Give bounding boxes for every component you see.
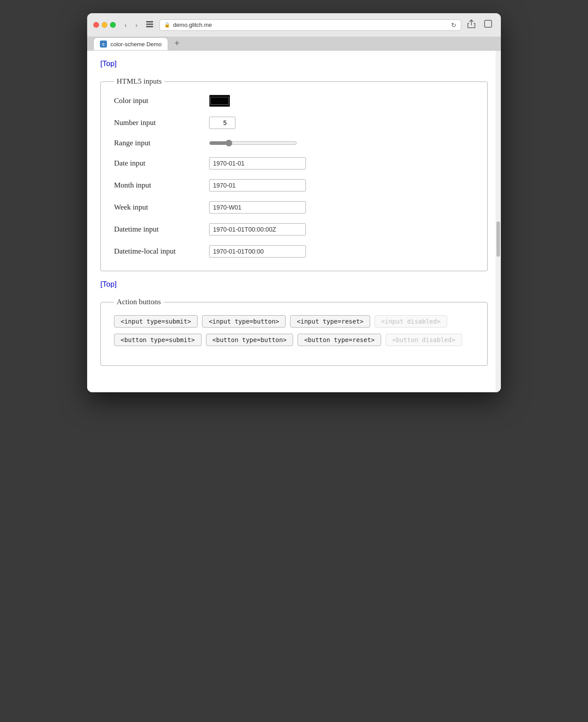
date-input[interactable]: 1970-01-01 xyxy=(209,157,306,169)
tabs-button[interactable] xyxy=(481,18,495,32)
back-button[interactable]: ‹ xyxy=(122,20,129,30)
number-input-row: Number input xyxy=(114,117,474,129)
svg-rect-0 xyxy=(146,21,153,22)
action-buttons-fieldset: Action buttons <input type=submit> <inpu… xyxy=(100,298,488,366)
button-submit-button[interactable]: <button type=submit> xyxy=(114,334,202,346)
tab-title: color-scheme Demo xyxy=(110,41,162,48)
close-traffic-light[interactable] xyxy=(93,22,99,28)
active-tab[interactable]: c color-scheme Demo xyxy=(93,37,168,50)
button-button-button[interactable]: <button type=button> xyxy=(206,334,294,346)
html5-inputs-fieldset: HTML5 inputs Color input Number input Ra… xyxy=(100,77,488,271)
datetime-input-row: Datetime input 1970-01-01T00:00:00Z xyxy=(114,223,474,236)
datetime-local-input[interactable]: 1970-01-01T00:00 xyxy=(209,245,306,258)
page-content: [Top] HTML5 inputs Color input Number in… xyxy=(87,51,501,392)
color-input[interactable] xyxy=(209,95,230,107)
datetime-input-label: Datetime input xyxy=(114,225,202,234)
page-wrapper: [Top] HTML5 inputs Color input Number in… xyxy=(87,51,501,392)
new-tab-button[interactable]: + xyxy=(171,37,183,50)
action-buttons-legend: Action buttons xyxy=(114,298,164,306)
range-input-label: Range input xyxy=(114,139,202,147)
button-buttons-group: <button type=submit> <button type=button… xyxy=(114,334,474,346)
color-input-label: Color input xyxy=(114,96,202,105)
button-disabled-button: <button disabled> xyxy=(386,334,462,346)
scrollbar-thumb[interactable] xyxy=(496,221,500,257)
minimize-traffic-light[interactable] xyxy=(102,22,107,28)
scrollbar-track[interactable] xyxy=(496,51,501,392)
html5-legend: HTML5 inputs xyxy=(114,77,164,86)
number-input[interactable] xyxy=(209,117,235,129)
number-input-label: Number input xyxy=(114,118,202,127)
month-input-label: Month input xyxy=(114,181,202,190)
address-bar[interactable]: 🔒 demo.glitch.me ↻ xyxy=(159,19,461,31)
forward-button[interactable]: › xyxy=(133,20,140,30)
range-input[interactable] xyxy=(209,140,297,147)
input-reset-button[interactable]: <input type=reset> xyxy=(290,315,370,328)
tab-bar: c color-scheme Demo + xyxy=(87,37,501,50)
week-input-row: Week input 1970-W01 xyxy=(114,201,474,214)
reload-button[interactable]: ↻ xyxy=(451,22,456,29)
sidebar-button[interactable] xyxy=(143,19,156,30)
browser-window: ‹ › 🔒 demo.glitch.me ↻ xyxy=(87,13,501,392)
toolbar: ‹ › 🔒 demo.glitch.me ↻ xyxy=(87,13,501,37)
svg-rect-2 xyxy=(146,26,153,27)
input-submit-button[interactable]: <input type=submit> xyxy=(114,315,198,328)
week-input-label: Week input xyxy=(114,203,202,212)
maximize-traffic-light[interactable] xyxy=(110,22,116,28)
button-reset-button[interactable]: <button type=reset> xyxy=(298,334,381,346)
svg-rect-3 xyxy=(485,20,492,27)
datetime-input[interactable]: 1970-01-01T00:00:00Z xyxy=(209,223,306,236)
svg-rect-1 xyxy=(146,24,153,25)
range-input-row: Range input xyxy=(114,139,474,147)
top-link-2[interactable]: [Top] xyxy=(100,280,117,289)
browser-chrome: ‹ › 🔒 demo.glitch.me ↻ xyxy=(87,13,501,51)
month-input[interactable]: 1970-01 xyxy=(209,179,306,192)
color-input-row: Color input xyxy=(114,95,474,107)
url-text: demo.glitch.me xyxy=(173,22,448,28)
date-input-label: Date input xyxy=(114,159,202,168)
lock-icon: 🔒 xyxy=(164,22,170,28)
input-disabled-button: <input disabled> xyxy=(375,315,447,328)
datetime-local-input-row: Datetime-local input 1970-01-01T00:00 xyxy=(114,245,474,258)
input-button-button[interactable]: <input type=button> xyxy=(202,315,286,328)
month-input-row: Month input 1970-01 xyxy=(114,179,474,192)
input-buttons-group: <input type=submit> <input type=button> … xyxy=(114,315,474,328)
date-input-row: Date input 1970-01-01 xyxy=(114,157,474,169)
traffic-lights xyxy=(93,22,116,28)
share-button[interactable] xyxy=(465,18,478,32)
datetime-local-input-label: Datetime-local input xyxy=(114,247,202,256)
week-input[interactable]: 1970-W01 xyxy=(209,201,306,214)
tab-favicon: c xyxy=(100,41,107,48)
top-link-1[interactable]: [Top] xyxy=(100,59,117,68)
